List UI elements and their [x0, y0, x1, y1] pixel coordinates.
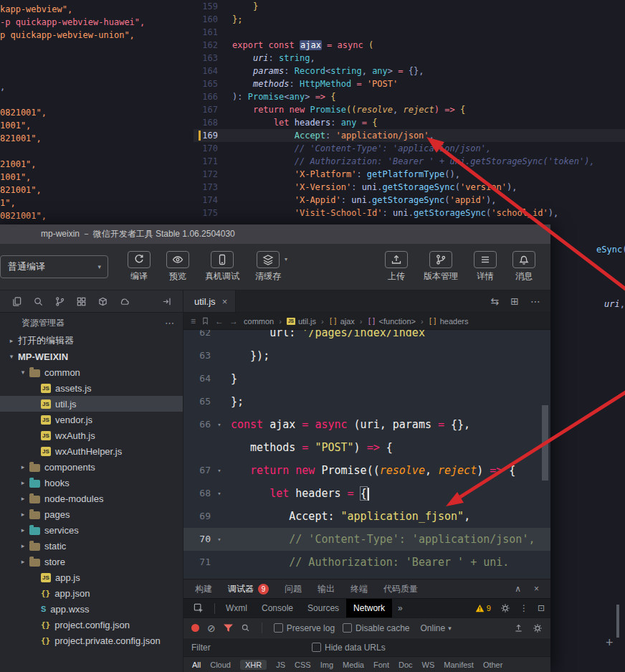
breadcrumb-item[interactable]: []ajax [329, 317, 355, 326]
window-titlebar[interactable]: mp-weixin － 微信开发者工具 Stable 1.06.2504030 [0, 224, 550, 244]
tree-item-wxAuth.js[interactable]: JSwxAuth.js [0, 427, 183, 443]
editor-scrollbar[interactable] [542, 405, 548, 481]
clear-network-icon[interactable]: ⊘ [207, 623, 216, 633]
tree-item-打开的编辑器[interactable]: ▸打开的编辑器 [0, 333, 183, 349]
filter-pill-img[interactable]: Img [320, 661, 333, 669]
panel-tab-terminal[interactable]: 终端 [350, 583, 368, 595]
breadcrumb-item[interactable]: []<function> [368, 317, 416, 326]
panel-tab-problems[interactable]: 问题 [285, 583, 302, 595]
file-tree: ▸打开的编辑器▾MP-WEIXIN▾commonJSassets.jsJSuti… [0, 333, 183, 648]
package-icon[interactable] [92, 293, 113, 309]
devtools-more-icon[interactable]: ⋮ [520, 603, 528, 613]
devtools-tab-wxml[interactable]: Wxml [219, 599, 254, 617]
warning-count[interactable]: 9 [475, 604, 491, 612]
nav-forward-icon[interactable]: → [229, 316, 238, 326]
tree-item-static[interactable]: ▸static [0, 538, 183, 554]
devtools-tab-sources[interactable]: Sources [300, 599, 346, 617]
compile-button[interactable]: 编译 [128, 251, 151, 283]
preserve-log-checkbox[interactable]: Preserve log [274, 623, 335, 633]
tree-item-app.json[interactable]: {}app.json [0, 585, 183, 601]
cloud-icon[interactable] [113, 293, 135, 309]
filter-pill-cloud[interactable]: Cloud [210, 661, 231, 669]
tree-item-vendor.js[interactable]: JSvendor.js [0, 412, 183, 427]
record-button[interactable] [191, 624, 199, 632]
hide-data-urls-checkbox[interactable]: Hide data URLs [312, 643, 386, 653]
extensions-grid-icon[interactable] [70, 293, 92, 309]
throttling-select[interactable]: Online ▾ [420, 623, 451, 633]
dock-panel-icon[interactable]: ⊡ [538, 603, 545, 613]
clear-cache-button[interactable]: ▾ 清缓存 [255, 251, 281, 283]
filter-pill-css[interactable]: CSS [295, 661, 311, 669]
chevron-down-icon: ▾ [448, 625, 452, 632]
compare-changes-icon[interactable]: ⇆ [491, 295, 500, 307]
tree-item-app.wxss[interactable]: Sapp.wxss [0, 601, 183, 617]
devtools-tab-network[interactable]: Network [346, 599, 392, 617]
outline-icon[interactable]: ≡ [191, 316, 196, 326]
filter-pill-all[interactable]: All [192, 661, 201, 669]
preview-button[interactable]: 预览 [166, 251, 189, 283]
upload-button[interactable]: 上传 [385, 251, 408, 283]
tree-item-assets.js[interactable]: JSassets.js [0, 380, 183, 396]
devtools-tab-console[interactable]: Console [254, 599, 300, 617]
messages-button[interactable]: 消息 [512, 251, 535, 283]
code-editor[interactable]: 62 url: '/pages/index/index63 });64}65};… [183, 330, 550, 579]
collapse-panel-icon[interactable]: ∧ [515, 584, 521, 594]
filter-funnel-icon[interactable] [224, 624, 233, 633]
close-panel-icon[interactable]: × [534, 584, 539, 594]
close-icon[interactable]: × [222, 296, 228, 307]
more-actions-icon[interactable]: ⋯ [165, 318, 174, 328]
split-editor-icon[interactable]: ⊞ [510, 295, 519, 307]
network-filter-row: Filter Hide data URLs [183, 638, 550, 656]
tree-item-app.js[interactable]: JSapp.js [0, 569, 183, 585]
compile-mode-select[interactable]: 普通编译 ▾ [0, 255, 108, 278]
tree-item-util.js[interactable]: JSutil.js [0, 396, 183, 412]
details-button[interactable]: 详情 [474, 251, 497, 283]
filter-pill-xhr[interactable]: XHR [240, 660, 267, 670]
network-settings-gear-icon[interactable] [533, 623, 543, 633]
inspect-element-icon[interactable] [189, 601, 208, 615]
files-icon[interactable] [6, 293, 27, 309]
panel-tab-code-quality[interactable]: 代码质量 [383, 583, 418, 595]
tree-item-project.private.config.json[interactable]: {}project.private.config.json [0, 633, 183, 648]
tree-item-project.config.json[interactable]: {}project.config.json [0, 617, 183, 633]
filter-pill-font[interactable]: Font [373, 661, 389, 669]
source-control-icon[interactable] [49, 293, 70, 309]
devtools-settings-gear-icon[interactable] [500, 603, 510, 613]
network-filter-input[interactable]: Filter [191, 643, 305, 653]
search-icon[interactable] [27, 293, 49, 309]
breadcrumb-item[interactable]: common [244, 317, 274, 326]
more-tabs-icon[interactable]: » [392, 603, 409, 613]
bg-scrollbar[interactable] [616, 605, 619, 638]
editor-more-icon[interactable]: ⋯ [530, 295, 540, 307]
breadcrumb-item[interactable]: []headers [429, 317, 469, 326]
filter-pill-ws[interactable]: WS [422, 661, 435, 669]
breadcrumb-item[interactable]: JSutil.js [287, 317, 316, 326]
nav-back-icon[interactable]: ← [215, 316, 224, 326]
panel-tab-output[interactable]: 输出 [318, 583, 335, 595]
bg-plus-icon[interactable]: + [606, 635, 614, 650]
panel-tab-build[interactable]: 构建 [195, 583, 212, 595]
network-search-icon[interactable] [241, 623, 250, 633]
tree-item-node-modules[interactable]: ▸node-modules [0, 491, 183, 506]
tree-item-components[interactable]: ▸components [0, 459, 183, 475]
filter-pill-media[interactable]: Media [343, 661, 364, 669]
filter-pill-doc[interactable]: Doc [399, 661, 413, 669]
collapse-sidebar-icon[interactable] [156, 293, 177, 309]
tree-item-MP-WEIXIN[interactable]: ▾MP-WEIXIN [0, 349, 183, 364]
tree-item-pages[interactable]: ▸pages [0, 506, 183, 522]
tab-util-js[interactable]: util.js × [183, 290, 236, 312]
version-control-button[interactable]: 版本管理 [424, 251, 458, 283]
filter-pill-other[interactable]: Other [483, 661, 503, 669]
import-har-icon[interactable] [514, 623, 523, 633]
tree-item-hooks[interactable]: ▸hooks [0, 475, 183, 491]
filter-pill-js[interactable]: JS [276, 661, 285, 669]
disable-cache-checkbox[interactable]: Disable cache [343, 623, 409, 633]
tree-item-common[interactable]: ▾common [0, 364, 183, 380]
tree-item-wxAuthHelper.js[interactable]: JSwxAuthHelper.js [0, 443, 183, 459]
tree-item-services[interactable]: ▸services [0, 522, 183, 538]
tree-item-store[interactable]: ▸store [0, 554, 183, 569]
panel-tab-debugger[interactable]: 调试器 9 [228, 583, 269, 595]
filter-pill-manifest[interactable]: Manifest [444, 661, 474, 669]
bookmark-icon[interactable] [201, 317, 209, 325]
device-debug-button[interactable]: 真机调试 [205, 251, 239, 283]
